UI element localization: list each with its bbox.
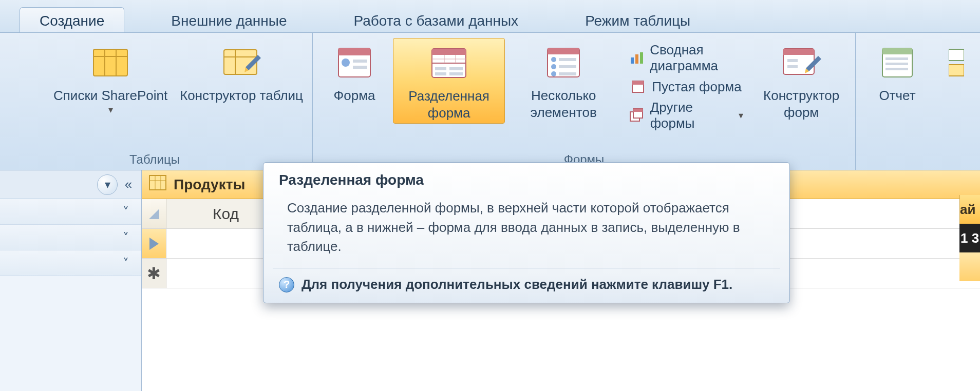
- current-row-indicator-icon: [149, 238, 159, 250]
- svg-rect-25: [548, 48, 579, 54]
- svg-rect-20: [435, 67, 446, 70]
- svg-rect-15: [432, 49, 466, 55]
- pivot-chart-button[interactable]: Сводная диаграмма: [627, 41, 745, 75]
- forms-mini-list: Сводная диаграмма Пустая форма Другие фо…: [622, 38, 750, 135]
- split-form-label: Разделенная форма: [400, 88, 498, 121]
- new-row-indicator-icon: ✱: [147, 264, 161, 283]
- help-icon: ?: [279, 277, 294, 292]
- svg-rect-42: [787, 59, 798, 62]
- svg-rect-51: [949, 49, 964, 61]
- table-yellow-icon: [90, 42, 131, 83]
- ribbon: Списки SharePoint ▾ Конструктор таблиц Т…: [0, 33, 980, 170]
- svg-rect-10: [338, 48, 370, 55]
- form-design-icon: [781, 42, 822, 83]
- table-design-label: Конструктор таблиц: [180, 87, 303, 104]
- nav-collapse-button[interactable]: «: [120, 174, 137, 195]
- tab-database-tools[interactable]: Работа с базами данных: [333, 7, 538, 32]
- svg-rect-32: [631, 57, 634, 64]
- ribbon-edge-placeholder: [0, 38, 47, 123]
- report-button[interactable]: Отчет: [859, 38, 936, 123]
- blank-form-icon: [629, 78, 647, 95]
- select-all-cell[interactable]: [142, 199, 166, 228]
- svg-rect-21: [435, 72, 446, 75]
- svg-rect-0: [93, 49, 127, 76]
- screentip-title: Разделенная форма: [263, 163, 789, 196]
- screentip: Разделенная форма Создание разделенной ф…: [263, 162, 790, 303]
- svg-rect-34: [640, 52, 643, 64]
- svg-rect-22: [449, 67, 463, 70]
- svg-rect-23: [449, 72, 463, 75]
- svg-point-30: [551, 71, 556, 76]
- more-forms-label: Другие формы: [650, 100, 732, 131]
- report-icon: [877, 42, 918, 83]
- row-selector-current[interactable]: [142, 229, 166, 258]
- datasheet-icon: [149, 175, 166, 194]
- screentip-help-row: ? Для получения дополнительных сведений …: [263, 268, 789, 303]
- blank-form-label: Пустая форма: [652, 79, 741, 95]
- svg-rect-41: [783, 49, 814, 55]
- nav-category-2[interactable]: ˅: [0, 225, 141, 250]
- svg-rect-29: [559, 65, 576, 68]
- reports-edge-placeholder: [936, 38, 977, 91]
- ribbon-group-reports: Отчет: [856, 33, 980, 170]
- form-label: Форма: [334, 87, 375, 104]
- svg-rect-49: [885, 63, 908, 65]
- screentip-help-text: Для получения дополнительных сведений на…: [301, 277, 732, 292]
- blank-form-button[interactable]: Пустая форма: [627, 77, 745, 96]
- svg-point-26: [551, 57, 556, 62]
- ribbon-tabs: Создание Внешние данные Работа с базами …: [0, 0, 980, 33]
- form-design-label: Конструктор форм: [757, 87, 846, 121]
- multiple-items-icon: [543, 42, 584, 83]
- tab-external-data[interactable]: Внешние данные: [151, 7, 307, 32]
- split-form-button[interactable]: Разделенная форма: [393, 38, 505, 124]
- table-design-button[interactable]: Конструктор таблиц: [174, 38, 309, 106]
- report-label: Отчет: [879, 87, 915, 104]
- svg-rect-50: [885, 68, 908, 70]
- svg-rect-12: [353, 60, 367, 63]
- svg-rect-52: [949, 65, 964, 76]
- form-button[interactable]: Форма: [316, 38, 393, 123]
- nav-category-1[interactable]: ˅: [0, 199, 141, 225]
- svg-point-28: [551, 64, 556, 69]
- ribbon-group-tables: Списки SharePoint ▾ Конструктор таблиц Т…: [0, 33, 313, 170]
- form-design-button[interactable]: Конструктор форм: [750, 38, 852, 123]
- multiple-items-button[interactable]: Несколько элементов: [505, 38, 622, 123]
- sharepoint-lists-label-1: Списки SharePoint: [53, 87, 167, 104]
- row-selector-new[interactable]: ✱: [142, 259, 166, 288]
- nav-dropdown-button[interactable]: ▾: [97, 174, 118, 195]
- more-forms-button[interactable]: Другие формы ▾: [627, 99, 745, 132]
- ribbon-group-forms: Форма: [313, 33, 856, 170]
- pivot-chart-icon: [629, 49, 645, 67]
- svg-rect-33: [635, 54, 638, 64]
- svg-rect-13: [353, 66, 367, 69]
- sharepoint-lists-button[interactable]: Списки SharePoint ▾: [47, 38, 174, 118]
- nav-category-3[interactable]: ˅: [0, 250, 141, 276]
- svg-rect-48: [885, 57, 908, 60]
- navigation-pane: ▾ « ˅ ˅ ˅: [0, 170, 142, 391]
- tab-datasheet-mode[interactable]: Режим таблицы: [565, 7, 710, 32]
- svg-rect-53: [149, 175, 166, 190]
- svg-marker-57: [149, 209, 159, 219]
- svg-point-11: [342, 58, 350, 67]
- object-tab-title: Продукты: [174, 177, 245, 193]
- svg-rect-31: [559, 72, 576, 75]
- nav-pane-header: ▾ «: [0, 170, 141, 199]
- svg-rect-43: [787, 65, 798, 68]
- pivot-chart-label: Сводная диаграмма: [650, 42, 743, 74]
- more-forms-icon: [629, 107, 645, 124]
- svg-rect-36: [632, 81, 644, 85]
- report-extra-icon: [936, 42, 977, 83]
- split-form-icon: [428, 43, 469, 84]
- svg-rect-39: [633, 109, 643, 112]
- svg-rect-47: [882, 48, 912, 54]
- multiple-items-label: Несколько элементов: [511, 87, 616, 121]
- form-icon: [334, 42, 375, 83]
- table-design-icon: [221, 42, 262, 83]
- screentip-body: Создание разделенной формы, в верхней ча…: [263, 196, 789, 268]
- tab-create[interactable]: Создание: [20, 7, 124, 32]
- svg-rect-27: [559, 58, 576, 61]
